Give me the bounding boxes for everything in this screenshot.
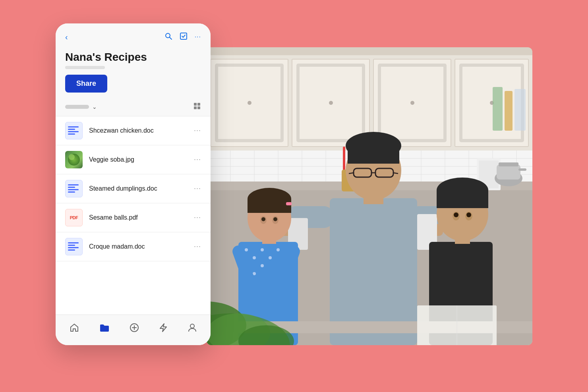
svg-point-98 [454, 212, 458, 217]
svg-rect-50 [499, 162, 518, 166]
grid-view-icon[interactable] [193, 102, 201, 112]
svg-point-117 [190, 324, 194, 328]
nav-tab-add[interactable] [125, 321, 144, 336]
file-more-icon[interactable]: ··· [194, 242, 201, 251]
file-item[interactable]: Croque madam.doc ··· [56, 232, 211, 261]
folder-title: Nana's Recipes [65, 51, 201, 64]
svg-point-76 [277, 248, 280, 251]
back-button[interactable]: ‹ [65, 33, 68, 42]
file-more-icon[interactable]: ··· [194, 126, 201, 135]
add-icon [130, 323, 139, 335]
filter-pill [65, 105, 89, 109]
subtitle-bar [65, 66, 105, 69]
svg-point-9 [329, 101, 333, 105]
veggie-thumbnail [65, 151, 83, 168]
svg-rect-95 [437, 190, 488, 208]
lightning-icon [159, 323, 168, 335]
filter-bar: ⌄ [56, 98, 211, 116]
nav-tab-profile[interactable] [183, 321, 201, 336]
file-name: Croque madam.doc [89, 243, 194, 250]
nav-tab-files[interactable] [95, 321, 114, 336]
svg-rect-112 [194, 106, 197, 109]
svg-point-5 [248, 101, 251, 105]
doc-icon [65, 122, 83, 139]
doc-icon [65, 180, 83, 197]
svg-point-72 [245, 248, 248, 251]
svg-rect-109 [180, 33, 187, 39]
file-name: Sesame balls.pdf [89, 214, 194, 221]
svg-rect-53 [505, 91, 513, 131]
svg-point-99 [466, 212, 471, 217]
home-icon [70, 323, 79, 335]
pdf-icon: PDF [65, 209, 83, 226]
checklist-icon[interactable] [180, 32, 188, 42]
file-more-icon[interactable]: ··· [194, 213, 201, 222]
svg-rect-54 [514, 89, 526, 131]
svg-rect-113 [197, 106, 200, 109]
pdf-label: PDF [70, 215, 78, 220]
file-more-icon[interactable]: ··· [194, 184, 201, 193]
svg-point-73 [253, 256, 256, 259]
file-item[interactable]: Shcezwan chicken.doc ··· [56, 116, 211, 145]
kitchen-photo [207, 47, 532, 345]
file-name: Steamed dumplings.doc [89, 185, 194, 192]
svg-rect-110 [194, 103, 197, 106]
nav-tab-activity[interactable] [154, 321, 172, 336]
nav-tab-home[interactable] [65, 321, 84, 336]
scene: ‹ ··· Nana's Recipes [56, 23, 532, 369]
svg-rect-85 [248, 199, 291, 213]
svg-rect-86 [286, 202, 292, 205]
svg-rect-111 [197, 103, 200, 106]
file-more-icon[interactable]: ··· [194, 155, 201, 164]
chevron-down-icon[interactable]: ⌄ [92, 104, 97, 110]
svg-point-90 [273, 217, 277, 221]
file-name: Shcezwan chicken.doc [89, 127, 194, 134]
search-icon[interactable] [164, 32, 172, 42]
svg-line-108 [170, 37, 172, 39]
app-card: ‹ ··· Nana's Recipes [56, 23, 211, 345]
img-icon [65, 151, 83, 168]
file-item[interactable]: Veggie soba.jpg ··· [56, 145, 211, 174]
svg-point-74 [261, 248, 264, 251]
svg-rect-52 [493, 87, 503, 131]
top-nav: ‹ ··· [56, 23, 211, 47]
doc-icon [65, 238, 83, 255]
svg-point-13 [410, 101, 414, 105]
profile-icon [188, 323, 197, 335]
header: Nana's Recipes Share [56, 47, 211, 98]
file-list: Shcezwan chicken.doc ··· Veggie soba.jpg… [56, 116, 211, 315]
file-item[interactable]: PDF Sesame balls.pdf ··· [56, 203, 211, 232]
folder-icon [99, 323, 110, 335]
svg-rect-49 [497, 164, 520, 180]
svg-point-79 [261, 264, 264, 267]
bottom-nav [56, 315, 211, 345]
svg-point-89 [261, 217, 265, 221]
nav-icons: ··· [164, 32, 201, 42]
file-item[interactable]: Steamed dumplings.doc ··· [56, 174, 211, 203]
filter-left: ⌄ [65, 104, 97, 110]
more-icon[interactable]: ··· [195, 33, 201, 41]
svg-point-75 [269, 256, 272, 259]
file-name: Veggie soba.jpg [89, 156, 194, 163]
svg-rect-61 [348, 146, 399, 164]
share-button[interactable]: Share [65, 75, 107, 93]
svg-rect-51 [518, 168, 526, 171]
